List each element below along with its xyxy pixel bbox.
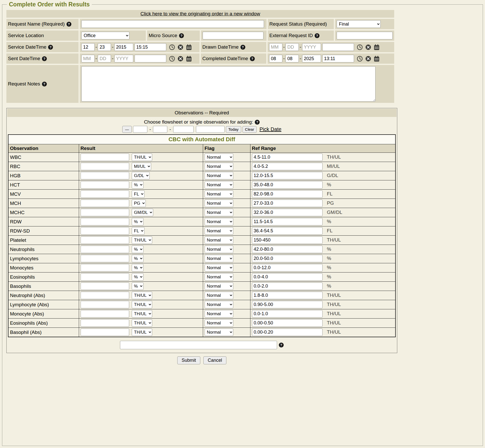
clear-button[interactable]: Clear bbox=[242, 126, 257, 133]
ref-range-input[interactable] bbox=[252, 255, 323, 262]
result-input[interactable] bbox=[81, 209, 129, 216]
sent-datetime-day-input[interactable] bbox=[98, 55, 111, 62]
flag-select[interactable]: Normal bbox=[205, 310, 233, 318]
sent-datetime-month-input[interactable] bbox=[81, 55, 95, 62]
flag-select[interactable]: Normal bbox=[205, 292, 233, 299]
cancel-button[interactable]: Cancel bbox=[203, 356, 226, 364]
request-notes-textarea[interactable] bbox=[81, 66, 376, 102]
flag-select[interactable]: Normal bbox=[205, 200, 233, 207]
result-unit-select[interactable]: % bbox=[132, 282, 144, 290]
help-icon[interactable]: ? bbox=[48, 45, 53, 50]
clear-datetime-icon[interactable] bbox=[365, 56, 371, 62]
help-icon[interactable]: ? bbox=[179, 33, 184, 38]
flag-select[interactable]: Normal bbox=[205, 246, 233, 253]
result-input[interactable] bbox=[81, 154, 129, 161]
result-input[interactable] bbox=[81, 200, 129, 207]
ref-range-input[interactable] bbox=[252, 310, 323, 318]
service-datetime-time-input[interactable] bbox=[135, 43, 166, 51]
clock-icon[interactable] bbox=[169, 56, 175, 62]
flag-select[interactable]: Normal bbox=[205, 255, 233, 262]
help-icon[interactable]: ? bbox=[240, 45, 245, 50]
result-unit-select[interactable]: TH/UL bbox=[132, 319, 152, 327]
result-input[interactable] bbox=[81, 264, 129, 271]
help-icon[interactable]: ? bbox=[315, 33, 319, 38]
flag-select[interactable]: Normal bbox=[205, 163, 233, 170]
flag-select[interactable]: Normal bbox=[205, 190, 233, 198]
calendar-icon[interactable] bbox=[373, 56, 380, 62]
drawn-datetime-time-input[interactable] bbox=[322, 43, 354, 51]
clock-icon[interactable] bbox=[169, 44, 175, 50]
result-unit-select[interactable]: TH/UL bbox=[132, 310, 152, 318]
help-icon[interactable]: ? bbox=[279, 343, 284, 347]
ref-range-input[interactable] bbox=[252, 264, 323, 271]
flag-select[interactable]: Normal bbox=[205, 218, 233, 225]
ref-range-input[interactable] bbox=[252, 301, 323, 308]
result-input[interactable] bbox=[81, 246, 129, 253]
ref-range-input[interactable] bbox=[252, 154, 323, 161]
ref-range-input[interactable] bbox=[252, 236, 323, 244]
result-input[interactable] bbox=[81, 227, 129, 235]
sent-datetime-year-input[interactable] bbox=[114, 55, 133, 62]
calendar-icon[interactable] bbox=[373, 44, 380, 50]
ref-range-input[interactable] bbox=[252, 319, 323, 327]
today-button[interactable]: Today bbox=[226, 126, 241, 133]
submit-button[interactable]: Submit bbox=[177, 356, 200, 364]
clock-icon[interactable] bbox=[357, 56, 363, 62]
flag-select[interactable]: Normal bbox=[205, 282, 233, 290]
collapse-button[interactable]: — bbox=[122, 126, 132, 133]
ref-range-input[interactable] bbox=[252, 181, 323, 189]
result-input[interactable] bbox=[81, 181, 129, 189]
result-unit-select[interactable]: TH/UL bbox=[132, 292, 152, 299]
ref-range-input[interactable] bbox=[252, 172, 323, 179]
service-datetime-year-input[interactable] bbox=[114, 43, 133, 51]
result-input[interactable] bbox=[81, 236, 129, 244]
ref-range-input[interactable] bbox=[252, 329, 323, 336]
chooser-month-input[interactable] bbox=[133, 126, 147, 133]
service-datetime-month-input[interactable] bbox=[81, 43, 95, 51]
flag-select[interactable]: Normal bbox=[205, 329, 233, 336]
result-unit-select[interactable]: TH/UL bbox=[132, 154, 152, 161]
result-unit-select[interactable]: % bbox=[132, 255, 144, 262]
drawn-datetime-day-input[interactable] bbox=[285, 43, 299, 51]
ref-range-input[interactable] bbox=[252, 200, 323, 207]
clock-icon[interactable] bbox=[357, 44, 363, 50]
clear-datetime-icon[interactable] bbox=[177, 56, 184, 62]
result-input[interactable] bbox=[81, 319, 129, 327]
flag-select[interactable]: Normal bbox=[205, 264, 233, 271]
result-input[interactable] bbox=[81, 329, 129, 336]
result-input[interactable] bbox=[81, 255, 129, 262]
result-input[interactable] bbox=[81, 292, 129, 299]
ref-range-input[interactable] bbox=[252, 227, 323, 235]
completed-datetime-time-input[interactable] bbox=[322, 55, 354, 62]
sent-datetime-time-input[interactable] bbox=[135, 55, 166, 62]
flag-select[interactable]: Normal bbox=[205, 301, 233, 308]
flag-select[interactable]: Normal bbox=[205, 172, 233, 179]
ref-range-input[interactable] bbox=[252, 282, 323, 290]
flag-select[interactable]: Normal bbox=[205, 227, 233, 235]
result-unit-select[interactable]: TH/UL bbox=[132, 329, 152, 336]
external-request-id-input[interactable] bbox=[337, 32, 393, 39]
micro-source-input[interactable] bbox=[203, 32, 263, 39]
ref-range-input[interactable] bbox=[252, 246, 323, 253]
chooser-year-input[interactable] bbox=[173, 126, 194, 133]
completed-datetime-year-input[interactable] bbox=[302, 55, 321, 62]
ref-range-input[interactable] bbox=[252, 218, 323, 225]
ref-range-input[interactable] bbox=[252, 273, 323, 281]
result-unit-select[interactable]: GM/DL bbox=[132, 209, 153, 216]
pick-date-link[interactable]: Pick Date bbox=[259, 126, 281, 132]
request-name-input[interactable] bbox=[81, 20, 264, 28]
observation-add-input[interactable] bbox=[120, 341, 277, 349]
flag-select[interactable]: Normal bbox=[205, 319, 233, 327]
result-unit-select[interactable]: FL bbox=[132, 227, 145, 235]
result-input[interactable] bbox=[81, 218, 129, 225]
result-input[interactable] bbox=[81, 273, 129, 281]
ref-range-input[interactable] bbox=[252, 292, 323, 299]
result-input[interactable] bbox=[81, 301, 129, 308]
chooser-time-input[interactable] bbox=[196, 126, 225, 133]
view-originating-order-link[interactable]: Click here to view the originating order… bbox=[140, 11, 260, 17]
help-icon[interactable]: ? bbox=[250, 56, 255, 61]
service-datetime-day-input[interactable] bbox=[98, 43, 111, 51]
ref-range-input[interactable] bbox=[252, 190, 323, 198]
result-unit-select[interactable]: % bbox=[132, 218, 144, 225]
completed-datetime-month-input[interactable] bbox=[269, 55, 282, 62]
